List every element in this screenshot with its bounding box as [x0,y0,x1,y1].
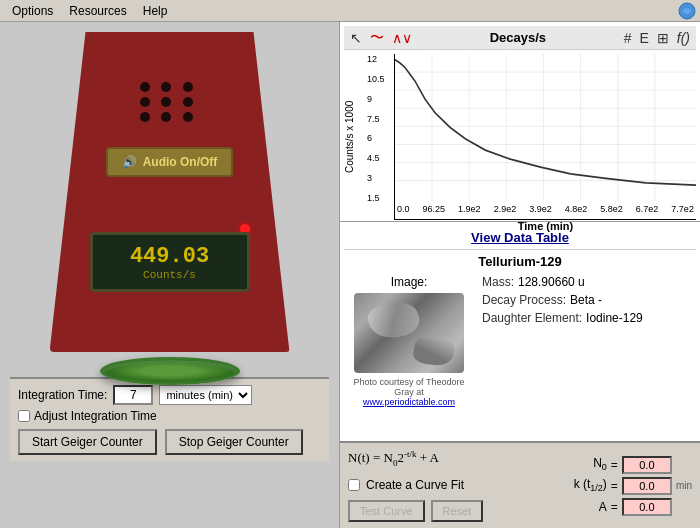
a-input[interactable] [622,498,672,516]
x-tick: 7.7e2 [671,204,694,220]
info-panel: View Data Table Tellurium-129 Image: Pho… [340,222,700,441]
count-unit: Counts/s [143,269,196,281]
function-icon[interactable]: f() [675,30,692,46]
decay-value: Beta - [570,293,602,307]
menu-resources[interactable]: Resources [61,3,134,19]
stop-geiger-button[interactable]: Stop Geiger Counter [165,429,303,455]
speaker-dot [161,112,171,122]
properties-section: Mass: 128.90660 u Decay Process: Beta - … [482,275,696,407]
mineral-image [354,293,464,373]
speaker-dot [161,97,171,107]
x-tick: 96.25 [423,204,446,220]
x-tick: 1.9e2 [458,204,481,220]
y-tick: 7.5 [367,114,385,124]
main-container: 🔊 Audio On/Off 449.03 Counts/s Integrati… [0,22,700,528]
n0-label: N0 [547,456,607,472]
app-logo [678,2,696,20]
bottom-controls: Integration Time: minutes (min) Adjust I… [10,377,329,461]
decay-row: Decay Process: Beta - [482,293,696,307]
speaker-icon: 🔊 [122,155,137,169]
speaker-dot [140,112,150,122]
daughter-label: Daughter Element: [482,311,582,325]
speaker-dot [183,97,193,107]
x-tick: 5.8e2 [600,204,623,220]
x-tick: 4.8e2 [565,204,588,220]
decay-label: Decay Process: [482,293,566,307]
mass-value: 128.90660 u [518,275,585,289]
x-tick: 3.9e2 [529,204,552,220]
k-row: k (t1/2) = min [547,477,692,495]
integration-label: Integration Time: [18,388,107,402]
equation-area: N(t) = N02-t/k + A Create a Curve Fit Te… [340,441,700,528]
chart-toolbar: ↖ 〜 ∧∨ Decays/s # E ⊞ f() [344,26,696,50]
n0-row: N0 = [547,456,692,474]
y-tick: 3 [367,173,385,183]
y-tick: 4.5 [367,153,385,163]
adjust-row: Adjust Integration Time [18,409,321,423]
y-tick: 12 [367,54,385,64]
create-curve-fit-checkbox[interactable] [348,479,360,491]
control-buttons: Start Geiger Counter Stop Geiger Counter [18,429,321,455]
speaker-dot [183,82,193,92]
x-tick: 2.9e2 [494,204,517,220]
speaker-dot [183,112,193,122]
count-value: 449.03 [130,244,209,269]
equation-display: N(t) = N02-t/k + A [348,449,483,468]
mass-row: Mass: 128.90660 u [482,275,696,289]
y-tick: 10.5 [367,74,385,84]
device-base [40,357,300,377]
left-panel: 🔊 Audio On/Off 449.03 Counts/s Integrati… [0,22,340,528]
image-label: Image: [391,275,428,289]
speaker-dot [140,97,150,107]
a-label: A [547,500,607,514]
image-section: Image: Photo courtesy of Theodore Gray a… [344,275,474,407]
audio-toggle-button[interactable]: 🔊 Audio On/Off [106,147,234,177]
y-tick: 1.5 [367,193,385,203]
reset-button[interactable]: Reset [431,500,484,522]
speaker-dot [161,82,171,92]
x-axis-ticks: 0.0 96.25 1.9e2 2.9e2 3.9e2 4.8e2 5.8e2 … [395,204,696,220]
start-geiger-button[interactable]: Start Geiger Counter [18,429,157,455]
chart-wrapper: Counts/s x 1000 12 10.5 9 7.5 6 4.5 3 1.… [344,50,696,224]
fit-section: N(t) = N02-t/k + A Create a Curve Fit Te… [348,449,483,522]
curve-buttons-row: Test Curve Reset [348,500,483,522]
k-input[interactable] [622,477,672,495]
y-tick: 9 [367,94,385,104]
equation-row: N(t) = N02-t/k + A Create a Curve Fit Te… [348,449,692,522]
menu-help[interactable]: Help [135,3,176,19]
menubar: Options Resources Help [0,0,700,22]
integration-unit-select[interactable]: minutes (min) [159,385,252,405]
e-icon[interactable]: E [637,30,650,46]
n0-input[interactable] [622,456,672,474]
speaker-dot [140,82,150,92]
y-tick: 6 [367,133,385,143]
mass-label: Mass: [482,275,514,289]
right-panel: ↖ 〜 ∧∨ Decays/s # E ⊞ f() Counts/s x 100… [340,22,700,528]
wave-tool[interactable]: 〜 [368,29,386,47]
speaker-grille [140,82,200,122]
chart-area: ↖ 〜 ∧∨ Decays/s # E ⊞ f() Counts/s x 100… [340,22,700,222]
test-curve-button[interactable]: Test Curve [348,500,425,522]
photo-credit: Photo courtesy of Theodore Gray at [344,377,474,397]
daughter-row: Daughter Element: Iodine-129 [482,311,696,325]
adjust-integration-checkbox[interactable] [18,410,30,422]
k-unit: min [676,480,692,491]
count-display: 449.03 Counts/s [90,232,250,292]
arrow-tool[interactable]: ↖ [348,30,364,46]
a-row: A = [547,498,692,516]
geiger-device: 🔊 Audio On/Off 449.03 Counts/s [50,32,290,352]
menu-options[interactable]: Options [4,3,61,19]
expand-icon[interactable]: ⊞ [655,30,671,46]
x-tick: 0.0 [397,204,410,220]
adjust-label: Adjust Integration Time [34,409,157,423]
decay-chart [395,54,696,201]
chart-options: # E ⊞ f() [622,30,692,46]
x-axis-title: Time (min) [395,220,696,232]
detector-dish [100,357,240,385]
grid-icon[interactable]: # [622,30,634,46]
integration-time-input[interactable] [113,385,153,405]
photo-link[interactable]: www.periodictable.com [363,397,455,407]
daughter-value: Iodine-129 [586,311,643,325]
chart-title: Decays/s [418,30,618,45]
peak-tool[interactable]: ∧∨ [390,30,414,46]
